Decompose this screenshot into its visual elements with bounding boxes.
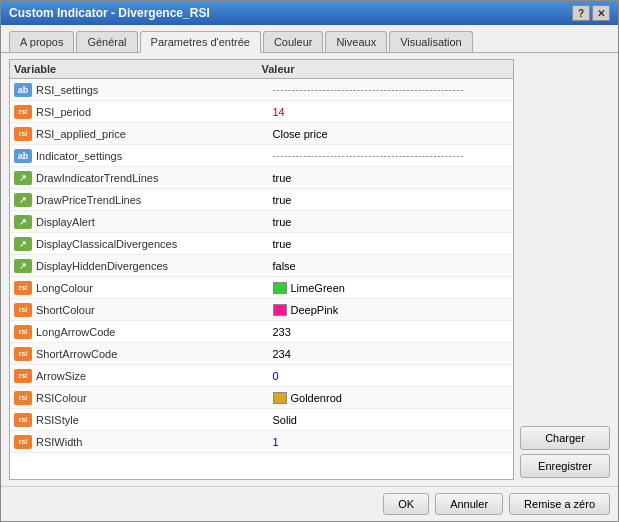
row-value[interactable]: LimeGreen <box>273 282 510 294</box>
row-value[interactable]: Close price <box>273 128 510 140</box>
table-header: Variable Valeur <box>10 60 513 79</box>
row-variable: DrawPriceTrendLines <box>36 194 273 206</box>
row-value[interactable]: 1 <box>273 436 510 448</box>
table-row[interactable]: rsiRSIColourGoldenrod <box>10 387 513 409</box>
params-table: Variable Valeur abRSI_settings----------… <box>9 59 514 480</box>
row-variable: DrawIndicatorTrendLines <box>36 172 273 184</box>
table-row[interactable]: ↗DrawIndicatorTrendLinestrue <box>10 167 513 189</box>
charger-button[interactable]: Charger <box>520 426 610 450</box>
row-value[interactable]: true <box>273 216 510 228</box>
row-variable: RSI_period <box>36 106 273 118</box>
row-value[interactable]: true <box>273 172 510 184</box>
row-icon: rsi <box>14 126 32 142</box>
row-variable: ShortArrowCode <box>36 348 273 360</box>
table-row[interactable]: rsiLongColourLimeGreen <box>10 277 513 299</box>
row-icon: ↗ <box>14 258 32 274</box>
row-icon: rsi <box>14 280 32 296</box>
tab-couleur[interactable]: Couleur <box>263 31 324 52</box>
row-variable: DisplayClassicalDivergences <box>36 238 273 250</box>
row-value[interactable]: DeepPink <box>273 304 510 316</box>
row-variable: RSI_applied_price <box>36 128 273 140</box>
row-variable: LongArrowCode <box>36 326 273 338</box>
table-row[interactable]: rsiShortArrowCode234 <box>10 343 513 365</box>
table-row[interactable]: rsiShortColourDeepPink <box>10 299 513 321</box>
tab-apropos[interactable]: A propos <box>9 31 74 52</box>
tab-parametres[interactable]: Parametres d'entrée <box>140 31 261 53</box>
row-value[interactable]: 14 <box>273 106 510 118</box>
ok-button[interactable]: OK <box>383 493 429 515</box>
row-variable: ShortColour <box>36 304 273 316</box>
table-row[interactable]: abRSI_settings--------------------------… <box>10 79 513 101</box>
table-row[interactable]: rsiRSIWidth1 <box>10 431 513 453</box>
row-value[interactable]: Goldenrod <box>273 392 510 404</box>
row-value[interactable]: true <box>273 238 510 250</box>
color-swatch <box>273 304 287 316</box>
enregistrer-button[interactable]: Enregistrer <box>520 454 610 478</box>
row-variable: ArrowSize <box>36 370 273 382</box>
row-value[interactable]: ----------------------------------------… <box>273 84 510 95</box>
color-swatch <box>273 392 287 404</box>
row-variable: RSIWidth <box>36 436 273 448</box>
row-icon: rsi <box>14 104 32 120</box>
row-value[interactable]: 233 <box>273 326 510 338</box>
row-value[interactable]: 0 <box>273 370 510 382</box>
tab-niveaux[interactable]: Niveaux <box>325 31 387 52</box>
titlebar: Custom Indicator - Divergence_RSI ? ✕ <box>1 1 618 25</box>
row-variable: RSIColour <box>36 392 273 404</box>
table-row[interactable]: rsiRSI_applied_priceClose price <box>10 123 513 145</box>
row-value[interactable]: true <box>273 194 510 206</box>
right-buttons: Charger Enregistrer <box>520 59 610 480</box>
table-row[interactable]: rsiRSI_period14 <box>10 101 513 123</box>
row-variable: RSI_settings <box>36 84 273 96</box>
tab-visualisation[interactable]: Visualisation <box>389 31 473 52</box>
col-val-header: Valeur <box>262 63 510 75</box>
row-variable: DisplayHiddenDivergences <box>36 260 273 272</box>
row-variable: Indicator_settings <box>36 150 273 162</box>
row-variable: DisplayAlert <box>36 216 273 228</box>
row-icon: rsi <box>14 368 32 384</box>
row-icon: ↗ <box>14 214 32 230</box>
row-icon: rsi <box>14 390 32 406</box>
color-swatch <box>273 282 287 294</box>
row-icon: ab <box>14 82 32 98</box>
table-row[interactable]: rsiLongArrowCode233 <box>10 321 513 343</box>
row-value[interactable]: Solid <box>273 414 510 426</box>
content-area: Variable Valeur abRSI_settings----------… <box>1 53 618 486</box>
table-row[interactable]: rsiArrowSize0 <box>10 365 513 387</box>
bottom-bar: OK Annuler Remise a zéro <box>1 486 618 521</box>
table-row[interactable]: ↗DisplayHiddenDivergencesfalse <box>10 255 513 277</box>
tabs-container: A propos Général Parametres d'entrée Cou… <box>1 25 618 53</box>
window-title: Custom Indicator - Divergence_RSI <box>9 6 210 20</box>
table-row[interactable]: ↗DisplayAlerttrue <box>10 211 513 233</box>
tab-general[interactable]: Général <box>76 31 137 52</box>
row-icon: rsi <box>14 302 32 318</box>
close-button[interactable]: ✕ <box>592 5 610 21</box>
remise-button[interactable]: Remise a zéro <box>509 493 610 515</box>
table-row[interactable]: ↗DisplayClassicalDivergencestrue <box>10 233 513 255</box>
col-var-header: Variable <box>14 63 262 75</box>
table-row[interactable]: ↗DrawPriceTrendLinestrue <box>10 189 513 211</box>
row-icon: ab <box>14 148 32 164</box>
row-icon: ↗ <box>14 236 32 252</box>
titlebar-controls: ? ✕ <box>572 5 610 21</box>
table-row[interactable]: rsiRSIStyleSolid <box>10 409 513 431</box>
row-icon: rsi <box>14 346 32 362</box>
row-variable: LongColour <box>36 282 273 294</box>
row-icon: rsi <box>14 324 32 340</box>
table-row[interactable]: abIndicator_settings--------------------… <box>10 145 513 167</box>
row-icon: ↗ <box>14 170 32 186</box>
row-icon: rsi <box>14 412 32 428</box>
annuler-button[interactable]: Annuler <box>435 493 503 515</box>
main-window: Custom Indicator - Divergence_RSI ? ✕ A … <box>0 0 619 522</box>
row-variable: RSIStyle <box>36 414 273 426</box>
row-icon: ↗ <box>14 192 32 208</box>
help-button[interactable]: ? <box>572 5 590 21</box>
row-value[interactable]: ----------------------------------------… <box>273 150 510 161</box>
row-value[interactable]: 234 <box>273 348 510 360</box>
row-value[interactable]: false <box>273 260 510 272</box>
row-icon: rsi <box>14 434 32 450</box>
